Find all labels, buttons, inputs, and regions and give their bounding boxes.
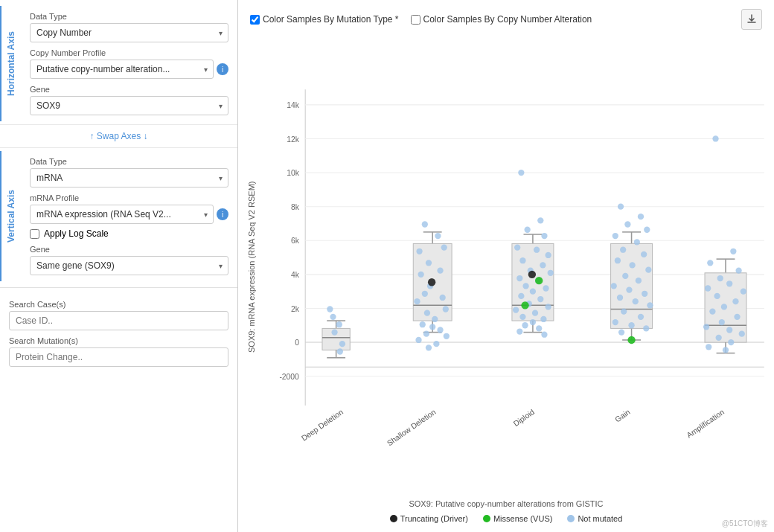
svg-point-120 bbox=[629, 262, 635, 268]
svg-point-79 bbox=[545, 252, 551, 258]
svg-point-54 bbox=[414, 298, 420, 304]
v-data-type-select[interactable]: mRNA Copy Number Methylation Protein bbox=[30, 168, 228, 188]
svg-point-93 bbox=[513, 307, 519, 313]
h-copy-number-profile-select-wrapper: Putative copy-number alteration... ▾ bbox=[30, 60, 214, 79]
svg-point-121 bbox=[645, 267, 651, 273]
apply-log-scale-row: Apply Log Scale bbox=[30, 228, 228, 239]
v-mrna-profile-select-wrapper: mRNA expression (RNA Seq V2... ▾ bbox=[30, 205, 214, 224]
svg-point-161 bbox=[728, 339, 734, 345]
svg-text:10k: 10k bbox=[287, 169, 300, 177]
svg-point-86 bbox=[522, 283, 528, 289]
svg-point-133 bbox=[628, 322, 634, 328]
svg-point-89 bbox=[518, 293, 524, 299]
v-mrna-profile-row: mRNA expression (RNA Seq V2... ▾ i bbox=[30, 205, 228, 224]
horizontal-axis-section: Horizontal Axis Data Type Copy Number mR… bbox=[0, 6, 237, 121]
svg-point-122 bbox=[622, 273, 628, 279]
v-data-type-label: Data Type bbox=[30, 157, 228, 166]
left-panel: Horizontal Axis Data Type Copy Number mR… bbox=[0, 0, 238, 532]
color-by-mutation-text: Color Samples By Mutation Type * bbox=[263, 14, 399, 25]
h-data-type-select-wrapper: Copy Number mRNA Methylation Protein ▾ bbox=[30, 23, 228, 42]
svg-text:0: 0 bbox=[295, 339, 299, 347]
swap-axes-button[interactable]: ↑ Swap Axes ↓ bbox=[0, 124, 237, 148]
svg-point-45 bbox=[435, 233, 441, 239]
svg-point-99 bbox=[536, 325, 542, 331]
svg-point-95 bbox=[519, 314, 525, 320]
y-axis-label: SOX9: mRNA expression (RNA Seq V2 RSEM) bbox=[244, 39, 259, 495]
svg-point-100 bbox=[516, 328, 522, 334]
svg-point-98 bbox=[522, 322, 528, 328]
color-by-copy-number-label[interactable]: Color Samples By Copy Number Alteration bbox=[411, 14, 592, 25]
svg-text:14k: 14k bbox=[287, 101, 300, 109]
svg-point-115 bbox=[613, 233, 618, 239]
svg-point-50 bbox=[437, 268, 443, 274]
vertical-axis-label: Vertical Axis bbox=[0, 151, 21, 281]
svg-point-156 bbox=[719, 319, 725, 325]
svg-point-84 bbox=[516, 275, 522, 281]
v-gene-select[interactable]: Same gene (SOX9) SOX9 TP53 KRAS bbox=[30, 256, 228, 275]
svg-point-87 bbox=[543, 285, 548, 291]
svg-point-83 bbox=[548, 270, 554, 276]
svg-text:8k: 8k bbox=[291, 203, 300, 211]
svg-point-90 bbox=[537, 296, 543, 302]
svg-point-136 bbox=[627, 336, 635, 344]
apply-log-scale-label[interactable]: Apply Log Scale bbox=[44, 228, 109, 239]
watermark: @51CTO博客 bbox=[722, 519, 768, 529]
apply-log-scale-checkbox[interactable] bbox=[30, 229, 39, 239]
svg-point-64 bbox=[433, 341, 439, 347]
svg-point-153 bbox=[721, 304, 727, 310]
h-gene-select[interactable]: SOX9 TP53 KRAS EGFR bbox=[30, 96, 228, 115]
divider bbox=[0, 287, 237, 288]
svg-point-33 bbox=[336, 321, 342, 327]
vertical-axis-section: Vertical Axis Data Type mRNA Copy Number… bbox=[0, 151, 237, 281]
v-gene-label: Gene bbox=[30, 245, 228, 254]
legend-dot-not-mutated bbox=[567, 515, 575, 522]
svg-point-53 bbox=[440, 295, 446, 301]
svg-point-63 bbox=[415, 337, 421, 343]
search-cases-input[interactable] bbox=[9, 311, 228, 330]
svg-text:4k: 4k bbox=[291, 271, 300, 279]
svg-point-49 bbox=[418, 272, 423, 278]
svg-point-160 bbox=[716, 335, 722, 341]
svg-point-159 bbox=[739, 331, 745, 337]
right-panel: Color Samples By Mutation Type * Color S… bbox=[238, 0, 774, 532]
svg-point-58 bbox=[420, 321, 426, 327]
search-cases-label: Search Case(s) bbox=[9, 300, 228, 309]
chart-footer: SOX9: Putative copy-number alterations f… bbox=[244, 496, 768, 511]
svg-point-124 bbox=[611, 283, 617, 289]
v-mrna-profile-label: mRNA Profile bbox=[30, 193, 228, 202]
legend-item-not-mutated: Not mutated bbox=[567, 514, 622, 523]
chart-svg: 14k 12k 10k 8k 6k 4k 2k bbox=[259, 39, 768, 495]
svg-point-94 bbox=[532, 310, 538, 316]
svg-point-163 bbox=[723, 347, 729, 353]
svg-point-88 bbox=[530, 289, 536, 295]
svg-point-152 bbox=[732, 298, 738, 304]
download-icon bbox=[746, 14, 757, 25]
svg-point-157 bbox=[703, 324, 709, 330]
search-mutations-input[interactable] bbox=[9, 347, 228, 367]
h-data-type-label: Data Type bbox=[30, 12, 228, 21]
svg-point-104 bbox=[521, 301, 528, 309]
download-button[interactable] bbox=[741, 9, 762, 30]
color-by-mutation-label[interactable]: Color Samples By Mutation Type * bbox=[250, 14, 399, 25]
color-by-copy-number-checkbox[interactable] bbox=[411, 15, 420, 25]
legend-label-missense: Missense (VUS) bbox=[493, 514, 552, 523]
v-mrna-profile-info-icon[interactable]: i bbox=[217, 208, 228, 220]
svg-text:Deep Deletion: Deep Deletion bbox=[300, 408, 345, 443]
svg-text:12k: 12k bbox=[287, 135, 300, 144]
svg-point-119 bbox=[615, 257, 621, 263]
svg-point-128 bbox=[633, 298, 639, 304]
v-mrna-profile-select[interactable]: mRNA expression (RNA Seq V2... bbox=[30, 205, 214, 224]
horizontal-axis-content: Data Type Copy Number mRNA Methylation P… bbox=[21, 6, 237, 121]
svg-point-123 bbox=[636, 278, 642, 283]
svg-point-76 bbox=[541, 233, 547, 239]
svg-point-77 bbox=[514, 244, 520, 250]
svg-point-154 bbox=[709, 308, 715, 314]
color-by-mutation-checkbox[interactable] bbox=[250, 15, 260, 25]
h-copy-number-profile-select[interactable]: Putative copy-number alteration... bbox=[30, 60, 214, 79]
h-copy-number-profile-info-icon[interactable]: i bbox=[217, 63, 228, 75]
svg-point-62 bbox=[444, 333, 450, 339]
svg-point-116 bbox=[634, 239, 640, 245]
v-gene-select-wrapper: Same gene (SOX9) SOX9 TP53 KRAS ▾ bbox=[30, 256, 228, 275]
h-data-type-select[interactable]: Copy Number mRNA Methylation Protein bbox=[30, 23, 228, 42]
chart-area: SOX9: mRNA expression (RNA Seq V2 RSEM) … bbox=[244, 39, 768, 495]
